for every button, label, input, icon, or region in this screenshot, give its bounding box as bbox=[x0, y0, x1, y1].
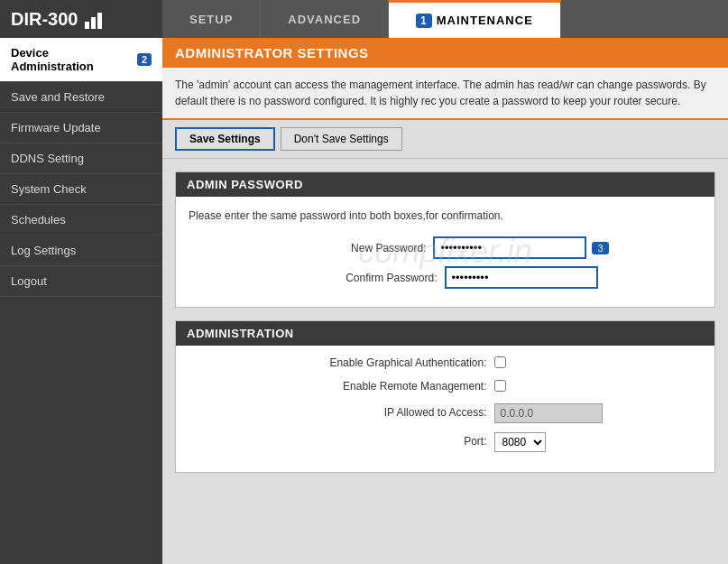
tab-setup-label: SETUP bbox=[189, 13, 233, 26]
admin-password-card: ADMIN PASSWORD compfixer.in Please enter… bbox=[175, 171, 715, 308]
sidebar-item-schedules-label: Schedules bbox=[11, 213, 66, 227]
ip-access-label: IP Allowed to Access: bbox=[289, 406, 487, 421]
bar1 bbox=[85, 22, 89, 29]
new-password-row: New Password: 3 bbox=[189, 236, 702, 259]
enable-remote-checkbox[interactable] bbox=[494, 380, 506, 392]
tab-advanced-label: ADVANCED bbox=[288, 13, 361, 26]
port-value: 8080 bbox=[494, 432, 603, 452]
content-area: ADMINISTRATOR SETTINGS The 'admin' accou… bbox=[162, 38, 728, 564]
sidebar-item-system-check[interactable]: System Check bbox=[0, 174, 162, 205]
sidebar-item-device-admin[interactable]: Device Administration 2 bbox=[0, 38, 162, 82]
logo-model: DIR-300 bbox=[11, 9, 78, 30]
sidebar-item-schedules[interactable]: Schedules bbox=[0, 205, 162, 236]
sidebar-item-log-settings-label: Log Settings bbox=[11, 244, 76, 257]
administration-card-body: Enable Graphical Authentication: Enable … bbox=[176, 346, 714, 472]
sidebar: Device Administration 2 Save and Restore… bbox=[0, 38, 162, 564]
new-password-input[interactable] bbox=[433, 236, 586, 259]
sidebar-item-device-admin-badge: 2 bbox=[137, 53, 152, 66]
administration-card: ADMINISTRATION Enable Graphical Authenti… bbox=[175, 320, 715, 473]
ip-access-value bbox=[494, 403, 603, 423]
enable-graphical-row: Enable Graphical Authentication: bbox=[189, 356, 702, 371]
enable-remote-row: Enable Remote Management: bbox=[189, 380, 702, 394]
buttons-row: Save Settings Don't Save Settings bbox=[162, 120, 728, 159]
tab-maintenance[interactable]: 1 MAINTENANCE bbox=[389, 0, 561, 38]
save-settings-button[interactable]: Save Settings bbox=[175, 127, 275, 151]
admin-password-card-header: ADMIN PASSWORD bbox=[176, 172, 714, 197]
enable-remote-value bbox=[494, 380, 603, 394]
confirm-password-row: Confirm Password: bbox=[189, 266, 702, 289]
tab-setup[interactable]: SETUP bbox=[162, 0, 261, 38]
sidebar-item-firmware-update-label: Firmware Update bbox=[11, 121, 101, 134]
admin-password-desc: Please enter the same password into both… bbox=[189, 208, 702, 224]
top-nav: DIR-300 SETUP ADVANCED 1 MAINTENANCE bbox=[0, 0, 728, 38]
tab-maintenance-badge: 1 bbox=[416, 14, 432, 28]
bar2 bbox=[91, 17, 96, 29]
logo-bars bbox=[85, 9, 102, 29]
administration-card-header: ADMINISTRATION bbox=[176, 321, 714, 346]
bar3 bbox=[97, 13, 102, 29]
sidebar-item-device-admin-label: Device Administration bbox=[11, 46, 134, 73]
sidebar-item-save-restore[interactable]: Save and Restore bbox=[0, 82, 162, 113]
confirm-password-label: Confirm Password: bbox=[293, 272, 438, 284]
sidebar-item-ddns-setting[interactable]: DDNS Setting bbox=[0, 143, 162, 174]
enable-graphical-value bbox=[494, 356, 603, 371]
confirm-password-input[interactable] bbox=[445, 266, 598, 289]
section-header: ADMINISTRATOR SETTINGS bbox=[162, 38, 728, 68]
info-box: The 'admin' account can access the manag… bbox=[162, 68, 728, 120]
admin-password-card-body: compfixer.in Please enter the same passw… bbox=[176, 197, 714, 307]
port-select[interactable]: 8080 bbox=[494, 432, 546, 452]
sidebar-item-firmware-update[interactable]: Firmware Update bbox=[0, 113, 162, 143]
sidebar-item-system-check-label: System Check bbox=[11, 182, 87, 196]
dont-save-settings-button[interactable]: Don't Save Settings bbox=[281, 127, 402, 151]
ip-access-input[interactable] bbox=[494, 403, 603, 423]
new-password-label: New Password: bbox=[281, 242, 426, 254]
enable-remote-label: Enable Remote Management: bbox=[289, 380, 487, 394]
enable-graphical-checkbox[interactable] bbox=[494, 356, 506, 368]
password-badge: 3 bbox=[592, 242, 608, 254]
admin-password-title: ADMIN PASSWORD bbox=[187, 178, 303, 191]
logo-area: DIR-300 bbox=[0, 0, 162, 38]
sidebar-item-ddns-setting-label: DDNS Setting bbox=[11, 152, 84, 165]
sidebar-item-logout[interactable]: Logout bbox=[0, 266, 162, 297]
section-title: ADMINISTRATOR SETTINGS bbox=[175, 45, 369, 60]
info-text: The 'admin' account can access the manag… bbox=[175, 79, 706, 107]
tab-advanced[interactable]: ADVANCED bbox=[261, 0, 389, 38]
enable-graphical-label: Enable Graphical Authentication: bbox=[289, 356, 487, 371]
ip-access-row: IP Allowed to Access: bbox=[189, 403, 702, 423]
nav-tabs: SETUP ADVANCED 1 MAINTENANCE bbox=[162, 0, 728, 38]
sidebar-item-logout-label: Logout bbox=[11, 274, 47, 288]
sidebar-item-save-restore-label: Save and Restore bbox=[11, 90, 105, 104]
port-row: Port: 8080 bbox=[189, 432, 702, 452]
administration-title: ADMINISTRATION bbox=[187, 327, 294, 340]
tab-maintenance-label: MAINTENANCE bbox=[437, 14, 533, 27]
port-label: Port: bbox=[289, 435, 487, 449]
main-layout: Device Administration 2 Save and Restore… bbox=[0, 38, 728, 564]
sidebar-item-log-settings[interactable]: Log Settings bbox=[0, 236, 162, 266]
